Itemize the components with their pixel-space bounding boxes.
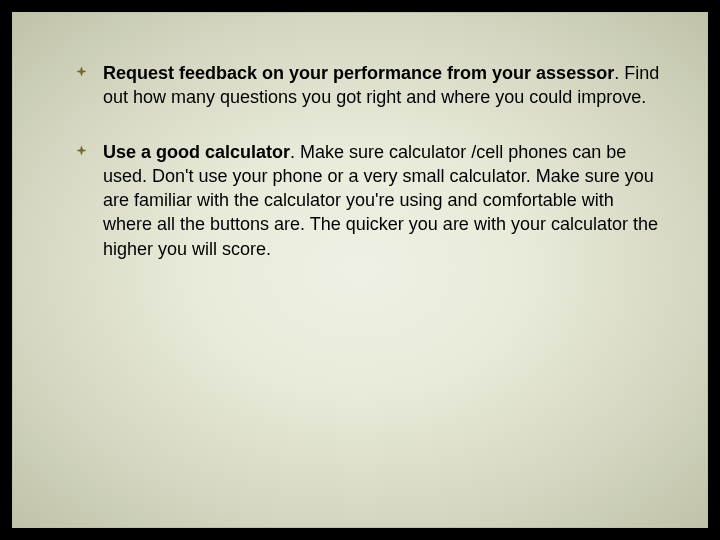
bullet-bold: Use a good calculator [103, 142, 290, 162]
bullet-bold: Request feedback on your performance fro… [103, 63, 614, 83]
slide: Request feedback on your performance fro… [12, 12, 708, 528]
bullet-text: Use a good calculator. Make sure calcula… [103, 142, 658, 259]
bullet-list: Request feedback on your performance fro… [61, 61, 661, 261]
bullet-icon [77, 146, 86, 155]
svg-marker-1 [77, 146, 86, 155]
svg-marker-0 [77, 67, 86, 76]
list-item: Use a good calculator. Make sure calcula… [77, 140, 661, 261]
list-item: Request feedback on your performance fro… [77, 61, 661, 110]
bullet-text: Request feedback on your performance fro… [103, 63, 659, 107]
bullet-icon [77, 67, 86, 76]
